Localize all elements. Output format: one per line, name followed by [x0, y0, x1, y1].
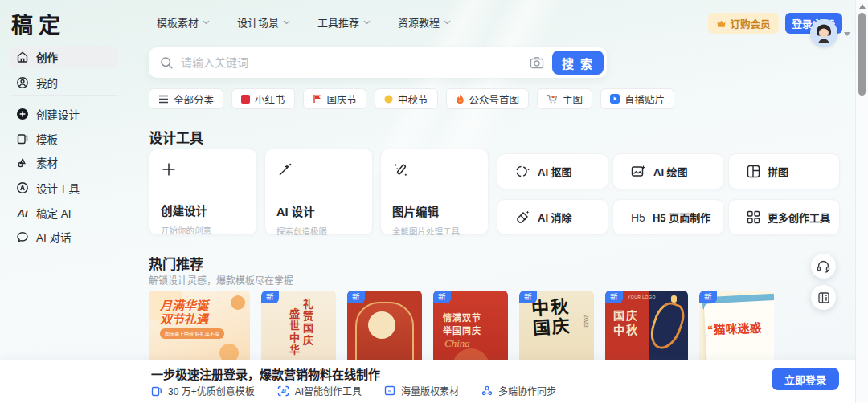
card-create-design[interactable]: 创建设计 开始你的创意 [149, 149, 257, 235]
scrollbar-thumb[interactable] [858, 13, 866, 96]
sidebar-item-create-design[interactable]: 创建设计 [10, 103, 118, 125]
camera-search-icon[interactable] [530, 56, 544, 69]
filter-label: 小红书 [255, 92, 285, 107]
nav-item-templates[interactable]: 模板素材 [157, 14, 210, 30]
card-label: AI 抠图 [538, 164, 572, 179]
filter-label: 主图 [563, 92, 583, 107]
eraser-icon [515, 210, 530, 224]
card-ai-design[interactable]: AI 设计 探索创造极限 [264, 149, 373, 235]
moon-icon [384, 95, 393, 104]
template-card[interactable]: 新 礼赞国庆 盛世中华 [261, 291, 336, 360]
card-ai-draw[interactable]: AI 绘图 [612, 153, 724, 189]
filter-mid-autumn[interactable]: 中秋节 [375, 88, 438, 109]
filter-live-sticker[interactable]: 直播贴片 [600, 88, 674, 109]
collapse-caret-icon[interactable] [844, 32, 850, 36]
search-input[interactable] [181, 56, 523, 69]
flame-icon [456, 94, 465, 104]
filter-all-categories[interactable]: 全部分类 [149, 88, 223, 109]
filter-xiaohongshu[interactable]: 小红书 [231, 88, 295, 109]
moon-decor [368, 311, 395, 339]
filter-national-day[interactable]: 国庆节 [303, 88, 367, 109]
sidebar-item-design-tools[interactable]: 设计工具 [10, 177, 118, 199]
plus-circle-icon [16, 108, 29, 120]
collage-icon [747, 165, 760, 178]
nav-item-tools[interactable]: 工具推荐 [317, 14, 371, 30]
login-now-button[interactable]: 立即登录 [772, 368, 839, 390]
search-bar: 搜 索 [149, 47, 607, 78]
card-subtitle: 全能图片处理工具 [392, 225, 477, 237]
sidebar-item-assets[interactable]: 素材 [10, 151, 118, 173]
chevron-down-icon [444, 20, 451, 25]
template-card[interactable]: 月满华诞 双节礼遇 国庆遇上中秋 好礼享不停 [149, 291, 250, 360]
chevron-down-icon [363, 20, 371, 25]
card-ai-erase[interactable]: AI 消除 [497, 199, 608, 235]
template-title: 情满双节 举国同庆 [443, 311, 481, 337]
scrollbar-up-arrow[interactable] [859, 4, 866, 9]
card-label: H5 页面制作 [653, 210, 710, 225]
nav-item-label: 模板素材 [157, 14, 199, 30]
template-card[interactable]: 新 “猫咪迷惑 [699, 291, 774, 360]
customer-service-button[interactable] [811, 254, 836, 279]
filter-main-image[interactable]: 主图 [537, 88, 592, 109]
page: 稿定 创作 我的 创建设计 模板 [0, 0, 868, 403]
template-title: 盛世中华 [286, 308, 301, 356]
chat-icon [16, 230, 29, 243]
sidebar-item-mine[interactable]: 我的 [10, 71, 118, 94]
nav-item-label: 设计场景 [237, 14, 279, 30]
new-badge: 新 [433, 291, 451, 303]
filter-row: 全部分类 小红书 国庆节 中秋节 公众号首图 主图 直播贴片 [149, 88, 674, 109]
fruit-decor [219, 344, 239, 360]
scrollbar[interactable] [855, 0, 868, 403]
ribbon-decor [646, 299, 688, 353]
card-title: 创建设计 [161, 202, 245, 218]
template-logo-text: YOUR LOGO [628, 295, 656, 299]
vip-subscribe-button[interactable]: 订购会员 [708, 13, 779, 34]
sync-blue-icon [481, 385, 493, 397]
sidebar-divider [10, 95, 118, 96]
assistant-avatar[interactable] [810, 19, 837, 47]
sidebar: 稿定 创作 我的 创建设计 模板 [0, 0, 137, 360]
feature-templates: 30 万+优质创意模板 [151, 384, 255, 397]
card-label: AI 绘图 [653, 164, 688, 179]
sidebar-item-label: 模板 [36, 131, 58, 147]
card-h5-maker[interactable]: H5 H5 页面制作 [612, 199, 724, 235]
search-button[interactable]: 搜 索 [552, 51, 604, 75]
sidebar-item-label: 设计工具 [36, 180, 80, 196]
template-carousel: 月满华诞 双节礼遇 国庆遇上中秋 好礼享不停 新 礼赞国庆 盛世中华 新 新 [149, 291, 840, 360]
sidebar-item-gaoding-ai[interactable]: Ai 稿定 AI [10, 202, 118, 224]
brand-logo[interactable]: 稿定 [11, 8, 66, 39]
sidebar-item-create[interactable]: 创作 [10, 46, 118, 68]
sidebar-item-ai-chat[interactable]: AI 对话 [10, 226, 118, 248]
template-title: 中秋 国庆 [530, 297, 571, 338]
template-card[interactable]: 新 YOUR LOGO 国庆 中秋 [605, 291, 688, 360]
box-blue-icon [384, 385, 395, 396]
template-card[interactable]: 新 中秋 国庆 2023 [519, 291, 594, 360]
magic-wand-icon [276, 161, 293, 178]
template-card[interactable]: 新 [347, 291, 422, 360]
filter-wechat-cover[interactable]: 公众号首图 [446, 88, 530, 109]
user-icon [16, 76, 29, 89]
sidebar-item-templates[interactable]: 模板 [10, 128, 118, 150]
feedback-panel-button[interactable] [811, 285, 836, 310]
crown-icon [716, 19, 727, 28]
template-title: 礼赞国庆 [300, 299, 315, 347]
nav-item-scenes[interactable]: 设计场景 [237, 14, 290, 30]
search-icon [160, 56, 174, 70]
ai-icon: Ai [16, 207, 29, 219]
sidebar-item-label: AI 对话 [36, 229, 72, 245]
card-label: 拼图 [768, 164, 788, 179]
feature-sync: 多端协作同步 [481, 384, 556, 397]
card-ai-cutout[interactable]: AI 抠图 [497, 153, 608, 189]
filter-label: 直播贴片 [624, 92, 665, 107]
notebook-grid-icon [817, 291, 830, 304]
card-image-editor[interactable]: 图片编辑 全能图片处理工具 [380, 149, 489, 235]
nav-item-label: 工具推荐 [317, 14, 359, 30]
template-year: 2023 [583, 315, 589, 328]
template-card[interactable]: 新 情满双节 举国同庆 China [433, 291, 508, 360]
card-collage[interactable]: 拼图 [728, 153, 840, 189]
card-more-tools[interactable]: 更多创作工具 [728, 199, 840, 235]
nav-item-resources[interactable]: 资源教程 [398, 14, 451, 30]
card-title: AI 设计 [276, 202, 361, 219]
feature-label: 多端协作同步 [498, 384, 556, 397]
filter-label: 国庆节 [327, 92, 358, 107]
